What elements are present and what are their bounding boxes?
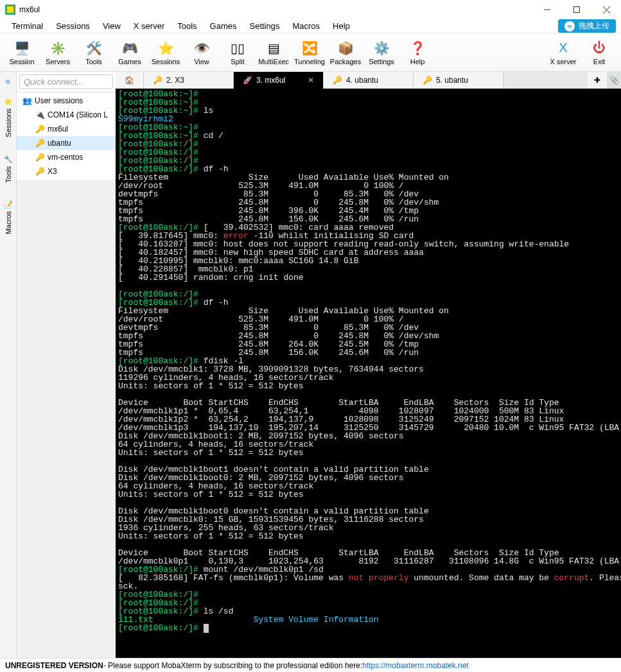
sessions-button[interactable]: ⭐Sessions: [148, 35, 184, 70]
rail-tab-sessions[interactable]: Sessions⭐: [3, 91, 14, 144]
split-button-icon: ▯▯: [229, 40, 246, 56]
left-rail: « Sessions⭐Tools🔧Macros📝: [0, 72, 17, 658]
tab-close-icon[interactable]: ✕: [308, 76, 314, 85]
session-button[interactable]: 🖥️Session: [4, 35, 40, 70]
users-icon: 👥: [22, 96, 32, 106]
session-icon: 🔑: [35, 138, 45, 148]
tab-icon: 🚀: [243, 76, 252, 85]
tunneling-button-label: Tunneling: [294, 58, 325, 65]
terminal-output[interactable]: [root@100ask:~]# [root@100ask:~]# [root@…: [116, 89, 621, 658]
menu-help[interactable]: Help: [326, 20, 356, 32]
upload-label: 拖拽上传: [579, 21, 609, 31]
tab-2-x3[interactable]: 🔑2. X3: [144, 72, 234, 89]
split-button[interactable]: ▯▯Split: [220, 35, 256, 70]
menu-sessions[interactable]: Sessions: [49, 20, 96, 32]
upload-button[interactable]: ∞ 拖拽上传: [558, 19, 616, 33]
tools-button[interactable]: 🛠️Tools: [76, 35, 112, 70]
tree-item-x3[interactable]: 🔑X3: [17, 164, 116, 178]
tunneling-button[interactable]: 🔀Tunneling: [292, 35, 328, 70]
toolbar: 🖥️Session✳️Servers🛠️Tools🎮Games⭐Sessions…: [0, 33, 621, 72]
menu-view[interactable]: View: [96, 20, 127, 32]
tree-item-com14-silicon-l[interactable]: 🔌COM14 (Silicon L: [17, 108, 116, 122]
servers-button-icon: ✳️: [49, 40, 66, 56]
xserver-button-icon: X: [555, 40, 572, 56]
packages-button-icon: 📦: [337, 40, 354, 56]
tree-item-ubantu[interactable]: 🔑ubantu: [17, 136, 116, 150]
servers-button-label: Servers: [46, 58, 70, 65]
rail-sessions-icon: ⭐: [4, 98, 13, 106]
sessions-tree: 👥User sessions🔌COM14 (Silicon L🔑mx6ul🔑ub…: [17, 92, 116, 180]
tab-icon: 🔑: [423, 76, 432, 85]
settings-button-icon: ⚙️: [373, 40, 390, 56]
tab-3-mx6ul[interactable]: 🚀3. mx6ul✕: [234, 72, 324, 89]
status-version: UNREGISTERED VERSION: [5, 661, 103, 670]
tab-label: 2. X3: [166, 76, 184, 85]
games-button[interactable]: 🎮Games: [112, 35, 148, 70]
attachment-icon[interactable]: 📎: [607, 72, 621, 89]
games-button-icon: 🎮: [121, 40, 138, 56]
rail-tab-tools[interactable]: Tools🔧: [3, 149, 14, 189]
xserver-button-label: X server: [550, 58, 577, 65]
packages-button[interactable]: 📦Packages: [328, 35, 363, 70]
tab-icon: 🔑: [153, 76, 162, 85]
tab-5-ubantu[interactable]: 🔑5. ubantu: [414, 72, 503, 89]
app-icon: [5, 4, 15, 15]
menu-macros[interactable]: Macros: [286, 20, 326, 32]
titlebar: mx6ul: [0, 0, 621, 19]
rail-tab-macros[interactable]: Macros📝: [3, 194, 14, 241]
tab-icon: 🏠: [125, 76, 134, 85]
settings-button-label: Settings: [369, 58, 394, 65]
packages-button-label: Packages: [330, 58, 361, 65]
menu-settings[interactable]: Settings: [243, 20, 286, 32]
window-title: mx6ul: [19, 5, 532, 14]
session-button-icon: 🖥️: [13, 40, 30, 56]
view-button-label: View: [194, 58, 209, 65]
settings-button[interactable]: ⚙️Settings: [363, 35, 399, 70]
new-tab-button[interactable]: ✚: [588, 72, 607, 89]
exit-button[interactable]: ⏻Exit: [581, 35, 617, 70]
session-icon: 🔑: [35, 166, 45, 177]
svg-rect-3: [574, 7, 580, 13]
status-link[interactable]: https://mobaxterm.mobatek.net: [362, 661, 468, 670]
sessions-button-label: Sessions: [152, 58, 180, 65]
menu-games[interactable]: Games: [204, 20, 243, 32]
tab-home[interactable]: 🏠: [116, 72, 144, 89]
tab-4-ubantu[interactable]: 🔑4. ubantu: [324, 72, 414, 89]
minimize-button[interactable]: [532, 0, 562, 19]
exit-button-label: Exit: [593, 58, 605, 65]
menu-x-server[interactable]: X server: [127, 20, 171, 32]
servers-button[interactable]: ✳️Servers: [40, 35, 76, 70]
maximize-button[interactable]: [562, 0, 591, 19]
view-button[interactable]: 👁️View: [184, 35, 220, 70]
split-button-label: Split: [231, 58, 244, 65]
session-icon: 🔑: [35, 124, 45, 134]
svg-rect-1: [7, 6, 13, 13]
session-button-label: Session: [9, 58, 34, 65]
statusbar: UNREGISTERED VERSION - Please support Mo…: [0, 658, 621, 672]
tree-item-mx6ul[interactable]: 🔑mx6ul: [17, 122, 116, 136]
menu-tools[interactable]: Tools: [171, 20, 203, 32]
multiexec-button-icon: ▤: [265, 40, 282, 56]
collapse-sidebar-button[interactable]: «: [6, 76, 11, 86]
tree-item-vm-centos[interactable]: 🔑vm-centos: [17, 150, 116, 164]
tools-button-icon: 🛠️: [85, 40, 102, 56]
tools-button-label: Tools: [85, 58, 102, 65]
help-button-icon: ❓: [409, 40, 426, 56]
exit-button-icon: ⏻: [591, 40, 608, 56]
view-button-icon: 👁️: [193, 40, 210, 56]
games-button-label: Games: [118, 58, 141, 65]
help-button[interactable]: ❓Help: [399, 35, 435, 70]
xserver-button[interactable]: XX server: [545, 35, 581, 70]
rail-tools-icon: 🔧: [4, 155, 13, 164]
quick-connect-area: Quick connect...: [17, 72, 116, 92]
tab-label: 3. mx6ul: [256, 76, 285, 85]
close-button[interactable]: [591, 0, 621, 19]
quick-connect-input[interactable]: Quick connect...: [19, 74, 113, 89]
multiexec-button[interactable]: ▤MultiExec: [256, 35, 292, 70]
help-button-label: Help: [410, 58, 425, 65]
session-tabs: 🏠🔑2. X3🚀3. mx6ul✕🔑4. ubantu🔑5. ubantu ✚ …: [116, 72, 621, 89]
menu-terminal[interactable]: Terminal: [5, 20, 49, 32]
tree-root-user-sessions[interactable]: 👥User sessions: [17, 94, 116, 108]
tab-icon: 🔑: [333, 76, 342, 85]
status-text: - Please support MobaXterm by subscribin…: [103, 661, 363, 670]
